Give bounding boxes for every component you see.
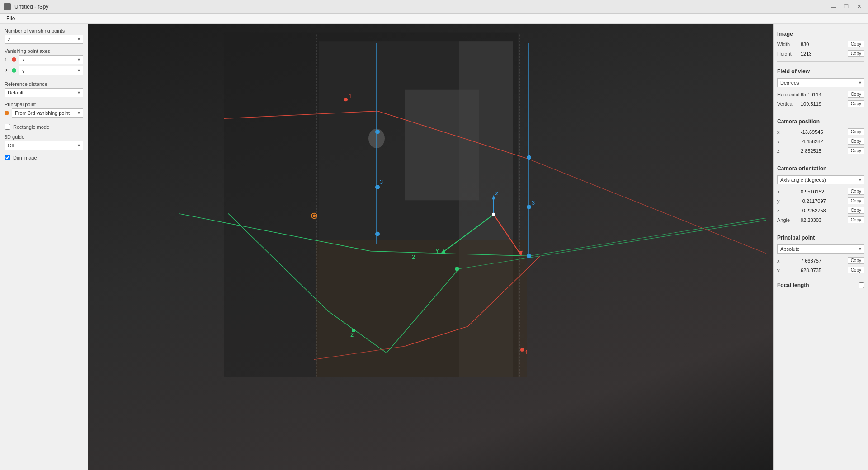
svg-text:1: 1 bbox=[349, 93, 352, 99]
camera-pos-y-value: -4.456282 bbox=[801, 139, 846, 144]
camera-orient-x-copy-button[interactable]: Copy bbox=[848, 188, 864, 195]
rectangle-mode-label: Rectangle mode bbox=[13, 124, 49, 130]
fov-horizontal-copy-button[interactable]: Copy bbox=[848, 91, 864, 98]
fov-vertical-label: Vertical bbox=[777, 101, 801, 107]
image-width-copy-button[interactable]: Copy bbox=[848, 41, 864, 47]
focal-length-row: Focal length bbox=[777, 282, 864, 288]
vanishing-axes-section: Vanishing point axes 1 x y z ▼ 2 bbox=[5, 48, 83, 77]
camera-pos-y-copy-button[interactable]: Copy bbox=[848, 138, 864, 145]
svg-text:Y: Y bbox=[435, 248, 439, 254]
canvas-svg: 1 1 2 2 bbox=[88, 24, 773, 470]
svg-point-29 bbox=[375, 130, 380, 134]
camera-orient-z-label: z bbox=[777, 208, 801, 213]
camera-orient-angle-copy-button[interactable]: Copy bbox=[848, 216, 864, 223]
camera-pos-section-title: Camera position bbox=[777, 118, 864, 125]
svg-point-38 bbox=[313, 215, 316, 217]
image-height-value: 1213 bbox=[801, 51, 846, 56]
camera-orient-z-row: z -0.2252758 Copy bbox=[777, 207, 864, 214]
close-button[interactable]: ✕ bbox=[854, 2, 864, 11]
camera-orient-y-copy-button[interactable]: Copy bbox=[848, 197, 864, 204]
minimize-button[interactable]: — bbox=[828, 2, 839, 11]
vp-num-1: 1 bbox=[5, 57, 9, 62]
camera-orient-mode-select[interactable]: Axis angle (degrees) Quaternion Matrix bbox=[777, 175, 864, 184]
principal-point-y-value: 628.0735 bbox=[801, 268, 846, 273]
vp-axis-select-2[interactable]: x y z bbox=[19, 66, 83, 75]
dim-image-section: Dim image bbox=[5, 155, 83, 160]
dim-image-checkbox[interactable] bbox=[5, 155, 10, 160]
fov-horizontal-row: Horizontal 85.16114 Copy bbox=[777, 91, 864, 98]
guide-3d-label: 3D guide bbox=[5, 134, 83, 140]
rectangle-mode-section: Rectangle mode bbox=[5, 124, 83, 130]
vanishing-points-label: Number of vanishing points bbox=[5, 28, 83, 33]
svg-point-47 bbox=[492, 213, 495, 216]
svg-text:2: 2 bbox=[412, 254, 415, 261]
vanishing-points-section: Number of vanishing points 1 2 3 ▼ bbox=[5, 28, 83, 44]
reference-distance-select[interactable]: Default Custom bbox=[5, 88, 83, 97]
dot-red-1 bbox=[12, 57, 16, 62]
camera-orient-z-value: -0.2252758 bbox=[801, 208, 846, 213]
reference-distance-section: Reference distance Default Custom ▼ bbox=[5, 81, 83, 97]
menu-file[interactable]: File bbox=[2, 14, 19, 23]
vp-num-2: 2 bbox=[5, 68, 9, 73]
svg-point-23 bbox=[455, 267, 459, 271]
svg-point-34 bbox=[527, 254, 531, 258]
principal-point-section: Principal point From 3rd vanishing point… bbox=[5, 102, 83, 119]
canvas-area[interactable]: 1 1 2 2 bbox=[88, 24, 773, 470]
camera-orient-angle-value: 92.28303 bbox=[801, 217, 846, 223]
principal-point-y-copy-button[interactable]: Copy bbox=[848, 267, 864, 273]
menu-bar: File bbox=[0, 14, 868, 24]
principal-point-x-row: x 7.668757 Copy bbox=[777, 257, 864, 264]
focal-length-checkbox[interactable] bbox=[859, 282, 864, 288]
app-body: Number of vanishing points 1 2 3 ▼ Vanis… bbox=[0, 24, 868, 470]
fov-horizontal-label: Horizontal bbox=[777, 92, 801, 97]
focal-length-title: Focal length bbox=[777, 282, 809, 288]
principal-point-section-title: Principal point bbox=[777, 235, 864, 241]
principal-point-mode-select[interactable]: Absolute Relative bbox=[777, 244, 864, 254]
camera-pos-z-copy-button[interactable]: Copy bbox=[848, 147, 864, 154]
principal-point-x-value: 7.668757 bbox=[801, 258, 846, 263]
svg-rect-4 bbox=[316, 240, 527, 377]
principal-point-x-copy-button[interactable]: Copy bbox=[848, 257, 864, 264]
image-height-row: Height 1213 Copy bbox=[777, 50, 864, 57]
fov-horizontal-value: 85.16114 bbox=[801, 92, 846, 97]
svg-text:3: 3 bbox=[380, 179, 383, 185]
svg-point-12 bbox=[344, 98, 348, 101]
fov-unit-select[interactable]: Degrees Radians mm bbox=[777, 78, 864, 87]
dot-green-2 bbox=[12, 68, 16, 73]
camera-pos-z-label: z bbox=[777, 148, 801, 154]
vanishing-points-select[interactable]: 1 2 3 bbox=[5, 35, 83, 44]
restore-button[interactable]: ❐ bbox=[841, 2, 852, 11]
guide-3d-select[interactable]: Off On bbox=[5, 141, 83, 150]
camera-orient-section-title: Camera orientation bbox=[777, 165, 864, 172]
image-width-label: Width bbox=[777, 42, 801, 47]
vanishing-axes-label: Vanishing point axes bbox=[5, 48, 83, 54]
camera-pos-z-value: 2.852515 bbox=[801, 148, 846, 154]
camera-pos-y-label: y bbox=[777, 139, 801, 144]
image-width-row: Width 830 Copy bbox=[777, 41, 864, 47]
fov-section-title: Field of view bbox=[777, 68, 864, 75]
camera-pos-x-value: -13.69545 bbox=[801, 129, 846, 135]
image-height-copy-button[interactable]: Copy bbox=[848, 50, 864, 57]
camera-orient-z-copy-button[interactable]: Copy bbox=[848, 207, 864, 214]
image-width-value: 830 bbox=[801, 42, 846, 47]
camera-pos-x-row: x -13.69545 Copy bbox=[777, 128, 864, 135]
principal-point-select[interactable]: From 3rd vanishing point Manual bbox=[12, 108, 83, 118]
fov-vertical-copy-button[interactable]: Copy bbox=[848, 100, 864, 107]
svg-text:1: 1 bbox=[525, 349, 528, 356]
guide-3d-section: 3D guide Off On ▼ bbox=[5, 134, 83, 150]
rectangle-mode-checkbox[interactable] bbox=[5, 124, 10, 130]
window-controls: — ❐ ✕ bbox=[828, 2, 864, 11]
left-panel: Number of vanishing points 1 2 3 ▼ Vanis… bbox=[0, 24, 88, 470]
camera-orient-x-value: 0.9510152 bbox=[801, 189, 846, 194]
principal-point-x-label: x bbox=[777, 258, 801, 263]
principal-point-y-row: y 628.0735 Copy bbox=[777, 267, 864, 273]
vp-axis-select-1[interactable]: x y z bbox=[19, 55, 83, 64]
camera-orient-y-value: -0.2117097 bbox=[801, 198, 846, 204]
camera-pos-x-copy-button[interactable]: Copy bbox=[848, 128, 864, 135]
camera-pos-y-row: y -4.456282 Copy bbox=[777, 138, 864, 145]
camera-pos-z-row: z 2.852515 Copy bbox=[777, 147, 864, 154]
svg-point-32 bbox=[527, 155, 531, 160]
camera-pos-x-label: x bbox=[777, 129, 801, 135]
svg-point-30 bbox=[375, 185, 380, 189]
app-icon bbox=[4, 3, 11, 10]
